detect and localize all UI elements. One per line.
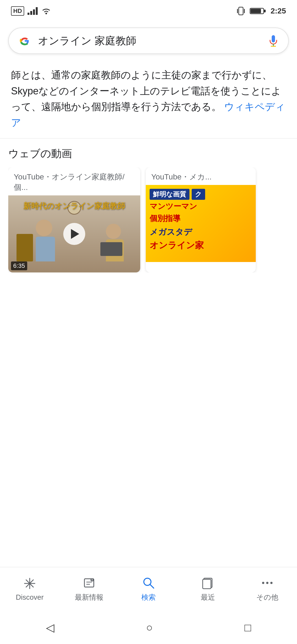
nav-label-more: その他 [256, 593, 278, 602]
svg-rect-1 [239, 7, 243, 15]
google-logo [17, 33, 32, 48]
nav-label-discover: Discover [16, 593, 43, 602]
video-1-overlay: 新時代のオンライン家庭教師 [8, 201, 140, 211]
search-bar-container: オンライン 家庭教師 [0, 22, 297, 59]
nav-label-latest: 最新情報 [75, 593, 103, 602]
videos-section: ウェブの動画 YouTube・オンライン家庭教師/個... [0, 138, 297, 278]
android-nav: ◁ ○ □ [0, 611, 297, 644]
svg-rect-5 [251, 9, 261, 13]
bottom-nav: Discover 最新情報 検索 最近 [0, 567, 297, 611]
video-1-source: YouTube・オンライン家庭教師/個... [8, 167, 140, 195]
video-1-thumb[interactable]: 新時代のオンライン家庭教師 6:35 [8, 195, 140, 272]
video-2-sub: オンライン家 [150, 239, 252, 252]
status-bar: HD 2:25 [0, 0, 297, 22]
video-2-brand: メガスタデ [150, 227, 252, 238]
battery-icon [250, 7, 266, 15]
video-2-line1: マンツーマン [150, 201, 252, 211]
status-right: 2:25 [237, 6, 286, 16]
recents-button[interactable]: □ [244, 621, 251, 634]
play-button-1[interactable] [63, 223, 85, 245]
videos-section-title: ウェブの動画 [8, 147, 289, 161]
video-cards: YouTube・オンライン家庭教師/個... [8, 167, 289, 272]
discover-icon [23, 577, 37, 590]
nav-item-latest[interactable]: 最新情報 [59, 576, 119, 602]
latest-icon [82, 576, 96, 590]
search-active-icon [142, 576, 155, 590]
empty-space [0, 278, 297, 443]
nav-item-recent[interactable]: 最近 [178, 576, 238, 602]
nav-label-search: 検索 [141, 593, 156, 602]
svg-line-20 [150, 584, 154, 588]
content-area: 師とは、通常の家庭教師のように主徒の家まで行かずに、Skypeなどのインターネッ… [0, 59, 297, 443]
status-left: HD [11, 6, 51, 16]
nav-item-discover[interactable]: Discover [0, 577, 59, 602]
video-2-line2: 個別指導 [150, 213, 252, 224]
video-card-1[interactable]: YouTube・オンライン家庭教師/個... [8, 167, 140, 272]
search-query: オンライン 家庭教師 [38, 34, 261, 48]
svg-rect-3 [244, 9, 245, 13]
signal-icon [28, 7, 38, 15]
svg-point-25 [266, 582, 268, 584]
more-icon [260, 576, 274, 590]
nav-label-recent: 最近 [201, 593, 215, 602]
video-card-2[interactable]: YouTube・メカ... 鮮明な画質 ク マンツーマン 個別指導 メガスタデ … [146, 167, 256, 272]
svg-rect-2 [237, 9, 238, 13]
svg-point-26 [270, 582, 273, 584]
mic-icon[interactable] [267, 34, 280, 47]
back-button[interactable]: ◁ [46, 621, 54, 634]
hd-indicator: HD [11, 6, 24, 16]
nav-item-more[interactable]: その他 [238, 576, 297, 602]
search-bar[interactable]: オンライン 家庭教師 [8, 28, 289, 54]
video-2-tag2: ク [192, 189, 205, 200]
svg-point-0 [45, 13, 47, 14]
video-1-duration: 6:35 [11, 261, 27, 270]
video-2-tag1: 鮮明な画質 [150, 189, 189, 200]
svg-point-24 [262, 582, 264, 584]
svg-point-18 [92, 581, 92, 581]
vibrate-icon [237, 6, 245, 16]
clock: 2:25 [271, 7, 286, 15]
home-button[interactable]: ○ [146, 621, 153, 634]
nav-item-search[interactable]: 検索 [119, 576, 178, 602]
svg-rect-22 [203, 579, 211, 589]
video-2-thumb[interactable]: 鮮明な画質 ク マンツーマン 個別指導 メガスタデ オンライン家 [146, 185, 256, 262]
recent-icon [201, 576, 215, 590]
svg-rect-6 [264, 10, 266, 12]
wifi-icon [41, 7, 51, 15]
video-2-source: YouTube・メカ... [146, 167, 256, 185]
wiki-snippet: 師とは、通常の家庭教師のように主徒の家まで行かずに、Skypeなどのインターネッ… [0, 59, 297, 138]
